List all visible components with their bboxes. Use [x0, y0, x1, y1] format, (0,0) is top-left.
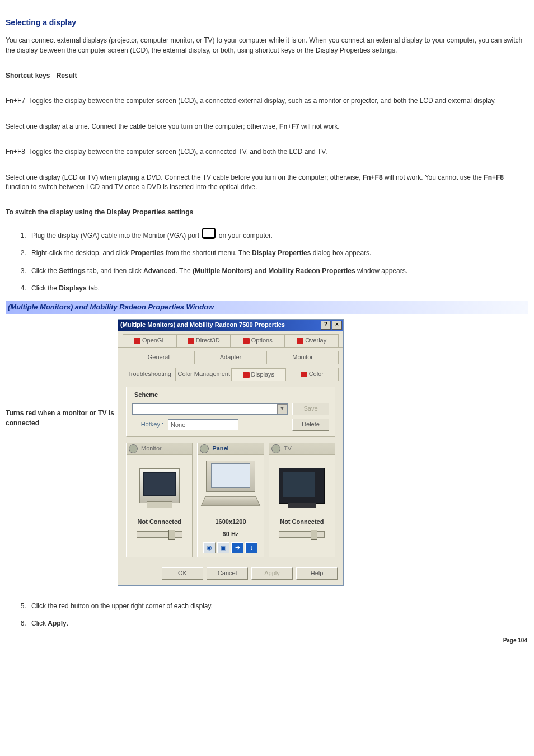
step2-b1: Properties	[130, 249, 163, 257]
step3-b1: Settings	[59, 267, 85, 275]
power-icon[interactable]	[129, 444, 138, 453]
step-5: Click the red button on the upper right …	[28, 602, 528, 611]
step3-b2: Advanced	[143, 267, 175, 275]
help-icon[interactable]: ?	[321, 321, 331, 330]
fnf8-bold1: Fn+F8	[363, 173, 383, 181]
plus: +	[288, 123, 292, 130]
step6-post: .	[67, 619, 68, 627]
apply-button[interactable]: Apply	[251, 567, 293, 580]
step2-b2: Display Properties	[252, 249, 311, 257]
monitor-tab[interactable]: Monitor	[127, 443, 192, 455]
tv-tab[interactable]: TV	[269, 443, 335, 455]
intro-paragraph: You can connect external displays (proje…	[6, 36, 528, 55]
step-3: Click the Settings tab, and then click A…	[28, 266, 528, 276]
square-icon[interactable]: ▣	[217, 542, 229, 553]
fnf8-key: Fn+F8	[6, 148, 25, 156]
hotkey-label: Hotkey :	[132, 420, 163, 429]
hotkey-field[interactable]: None	[168, 419, 238, 430]
scheme-label: Scheme	[134, 391, 329, 400]
fnf8-bold2: Fn+F8	[484, 173, 504, 181]
step3-post: window appears.	[355, 267, 407, 275]
annotation-text: Turns red when a monitor or TV is connec…	[6, 409, 114, 426]
tv-slider[interactable]	[279, 531, 325, 538]
help-button[interactable]: Help	[296, 567, 338, 580]
steps-list: Plug the display (VGA) cable into the Mo…	[6, 228, 528, 294]
tv-icon	[279, 468, 325, 504]
panel-hz: 60 Hz	[198, 530, 263, 542]
fnf7-desc: Toggles the display between the computer…	[29, 97, 496, 105]
tabs-row-3: Troubleshooting Color Management Display…	[118, 364, 343, 381]
tab-troubleshooting[interactable]: Troubleshooting	[123, 368, 176, 381]
ati-icon	[134, 338, 140, 344]
close-icon[interactable]: ×	[332, 321, 342, 330]
tab-colormgmt[interactable]: Color Management	[176, 368, 232, 381]
tab-overlay[interactable]: Overlay	[285, 334, 339, 347]
step4-post: tab.	[87, 284, 100, 292]
power-icon[interactable]	[271, 444, 280, 453]
vga-port-icon	[202, 228, 216, 239]
panel-body: Scheme ▼ Save Hotkey : None Delete Monit…	[118, 381, 343, 562]
tab-monitor[interactable]: Monitor	[266, 351, 339, 364]
power-icon[interactable]	[200, 444, 209, 453]
figure-area: Turns red when a monitor or TV is connec…	[6, 319, 528, 586]
tab-color[interactable]: Color	[285, 368, 339, 381]
crt-icon	[139, 468, 180, 503]
dialog-title: (Multiple Monitors) and Mobility Radeon …	[120, 321, 285, 330]
displays-row: Monitor Not Connected Panel 1600x1200 60…	[126, 443, 335, 557]
page-title: Selecting a display	[6, 17, 528, 28]
dialog-button-row: OK Cancel Apply Help	[118, 562, 343, 585]
ati-icon	[243, 372, 250, 378]
cancel-button[interactable]: Cancel	[207, 567, 248, 580]
step4-b1: Displays	[59, 284, 86, 292]
step6-pre: Click	[31, 619, 48, 627]
panel-res: 1600x1200	[198, 516, 263, 530]
monitor-status: Not Connected	[127, 516, 192, 530]
tab-opengl[interactable]: OpenGL	[123, 334, 177, 347]
monitor-tab-label: Monitor	[141, 444, 162, 453]
fnf7-key: Fn+F7	[6, 97, 25, 105]
scheme-combo[interactable]: ▼	[132, 403, 288, 415]
ati-icon	[243, 338, 250, 344]
ok-button[interactable]: OK	[162, 567, 203, 580]
fnf8-desc: Toggles the display between the computer…	[29, 148, 327, 156]
chevron-down-icon: ▼	[277, 404, 287, 414]
ati-icon	[188, 338, 194, 344]
tv-box: TV Not Connected	[269, 443, 335, 557]
tab-options[interactable]: Options	[231, 334, 285, 347]
arrow-down-icon[interactable]: ↓	[245, 542, 257, 553]
fnf8-row: Fn+F8 Toggles the display between the co…	[6, 147, 528, 157]
steps-list-cont: Click the red button on the upper right …	[6, 602, 528, 629]
col-shortcut: Shortcut keys	[6, 72, 50, 79]
fnf8-note-pre: Select one display (LCD or TV) when play…	[6, 173, 363, 181]
tv-tab-label: TV	[284, 444, 292, 453]
monitor-slider[interactable]	[137, 531, 182, 538]
panel-tab-label: Panel	[212, 444, 228, 453]
ati-icon	[301, 372, 307, 377]
laptop-base-icon	[201, 496, 261, 506]
step2-post: dialog box appears.	[311, 249, 371, 257]
fnf8-note-post: function to switch between LCD and TV on…	[6, 183, 257, 191]
tab-direct3d[interactable]: Direct3D	[177, 334, 231, 347]
fnf7-note-pre: Select one display at a time. Connect th…	[6, 123, 279, 130]
f7-bold: F7	[292, 123, 299, 130]
circle-icon[interactable]: ◉	[203, 542, 216, 553]
step4-pre: Click the	[31, 284, 59, 292]
annotation: Turns red when a monitor or TV is connec…	[6, 319, 118, 428]
tv-status: Not Connected	[269, 516, 335, 530]
tab-adapter[interactable]: Adapter	[195, 351, 267, 364]
tab-general[interactable]: General	[123, 351, 195, 364]
delete-button[interactable]: Delete	[292, 419, 329, 431]
step-6: Click Apply.	[28, 619, 528, 628]
save-button[interactable]: Save	[292, 403, 329, 415]
fnf8-note: Select one display (LCD or TV) when play…	[6, 173, 528, 192]
panel-tab[interactable]: Panel	[198, 443, 263, 455]
step1-post: on your computer.	[217, 232, 272, 240]
step3-pre: Click the	[31, 267, 59, 275]
fnf8-note-mid: will not work. You cannot use the	[383, 173, 484, 181]
subheading: To switch the display using the Display …	[6, 208, 528, 217]
step3-mid1: tab, and then click	[86, 267, 143, 275]
tab-displays[interactable]: Displays	[232, 368, 285, 381]
arrow-right-icon[interactable]: ➔	[231, 542, 243, 553]
ati-icon	[297, 338, 303, 344]
step6-b1: Apply	[48, 619, 66, 627]
